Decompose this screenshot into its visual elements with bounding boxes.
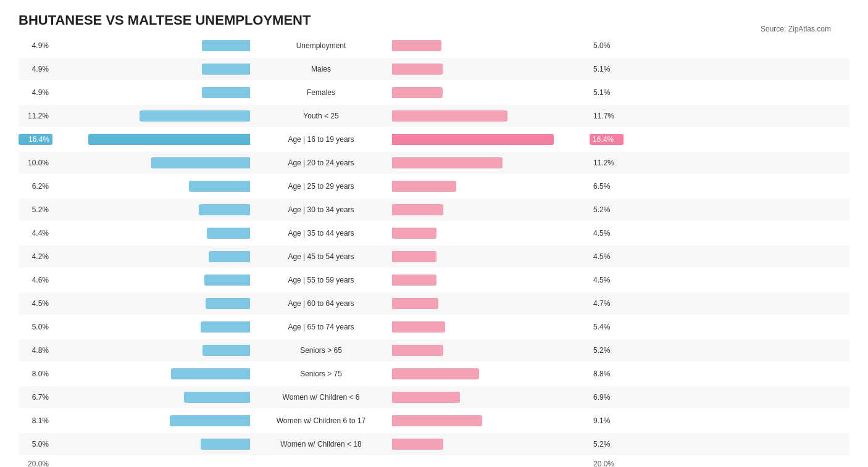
chart-row: 6.7% Women w/ Children < 6 6.9%	[19, 386, 849, 408]
row-label: Age | 35 to 44 years	[250, 229, 392, 238]
left-bar-container	[52, 40, 250, 51]
row-label: Age | 30 to 34 years	[250, 205, 392, 214]
row-label: Age | 16 to 19 years	[250, 135, 392, 144]
left-value: 5.0%	[19, 323, 52, 331]
left-value: 4.9%	[19, 65, 52, 73]
row-label: Females	[250, 88, 392, 97]
left-bar-container	[52, 392, 250, 403]
row-label: Women w/ Children 6 to 17	[250, 416, 392, 425]
left-value: 5.0%	[19, 440, 52, 448]
right-bar-container	[392, 392, 590, 403]
right-bar-container	[392, 298, 590, 309]
left-bar	[171, 368, 250, 379]
right-bar-container	[392, 87, 590, 98]
left-bar-container	[52, 251, 250, 262]
right-value: 5.2%	[590, 440, 624, 448]
chart-row: 4.2% Age | 45 to 54 years 4.5%	[19, 246, 849, 268]
right-value: 9.1%	[590, 416, 624, 425]
left-bar-container	[52, 321, 250, 333]
row-label: Youth < 25	[250, 112, 392, 120]
left-value: 8.0%	[19, 370, 52, 378]
left-value: 10.0%	[19, 159, 52, 167]
right-bar-container	[392, 345, 590, 356]
right-bar	[392, 181, 456, 192]
left-bar	[140, 110, 250, 122]
left-value: 6.7%	[19, 393, 52, 402]
row-label: Age | 55 to 59 years	[250, 276, 392, 284]
left-bar-container	[52, 64, 250, 75]
right-bar-container	[392, 134, 590, 145]
row-label: Age | 65 to 74 years	[250, 323, 392, 331]
row-label: Seniors > 75	[250, 370, 392, 378]
left-value: 4.4%	[19, 229, 52, 238]
right-value: 16.4%	[590, 134, 624, 145]
left-bar-container	[52, 204, 250, 215]
right-bar	[392, 110, 507, 122]
left-bar-container	[52, 368, 250, 379]
right-bar-container	[392, 204, 590, 215]
left-bar	[151, 157, 250, 168]
row-label: Women w/ Children < 18	[250, 440, 392, 448]
right-value: 4.5%	[590, 276, 624, 284]
right-value: 5.0%	[590, 41, 624, 50]
axis-row: 20.0% 20.0%	[19, 457, 849, 467]
axis-left-label: 20.0%	[19, 460, 52, 467]
left-bar-container	[52, 298, 250, 309]
left-value: 8.1%	[19, 416, 52, 425]
right-bar	[392, 251, 436, 262]
left-bar	[202, 64, 250, 75]
row-label: Age | 60 to 64 years	[250, 299, 392, 308]
left-bar-container	[52, 87, 250, 98]
axis-right-label: 20.0%	[590, 460, 624, 467]
right-bar-container	[392, 251, 590, 262]
row-label: Age | 25 to 29 years	[250, 182, 392, 191]
right-bar	[392, 439, 443, 450]
right-value: 4.5%	[590, 229, 624, 238]
right-value: 5.2%	[590, 346, 624, 355]
left-bar-container	[52, 275, 250, 286]
right-value: 6.5%	[590, 182, 624, 191]
right-bar	[392, 40, 441, 51]
left-bar	[184, 392, 250, 403]
row-label: Women w/ Children < 6	[250, 393, 392, 402]
left-bar-container	[52, 345, 250, 356]
right-value: 6.9%	[590, 393, 624, 402]
chart-row: 4.9% Females 5.1%	[19, 81, 849, 104]
left-bar-container	[52, 228, 250, 239]
right-bar	[392, 157, 503, 168]
right-bar	[392, 321, 445, 333]
right-bar	[392, 87, 443, 98]
chart-row: 4.9% Unemployment 5.0%	[19, 35, 849, 57]
left-bar	[189, 181, 250, 192]
right-bar-container	[392, 40, 590, 51]
left-bar	[206, 298, 250, 309]
right-bar-container	[392, 181, 590, 192]
left-bar	[202, 87, 250, 98]
chart-row: 5.2% Age | 30 to 34 years 5.2%	[19, 199, 849, 221]
left-bar	[170, 415, 250, 426]
right-value: 11.7%	[590, 112, 624, 120]
chart-row: 4.4% Age | 35 to 44 years 4.5%	[19, 222, 849, 244]
left-bar	[202, 345, 250, 356]
right-bar	[392, 298, 438, 309]
right-value: 4.5%	[590, 252, 624, 261]
left-value: 16.4%	[19, 134, 52, 145]
right-bar-container	[392, 64, 590, 75]
right-bar-container	[392, 110, 590, 122]
right-value: 11.2%	[590, 159, 624, 167]
left-value: 4.9%	[19, 41, 52, 50]
chart-row: 11.2% Youth < 25 11.7%	[19, 105, 849, 127]
right-value: 5.4%	[590, 323, 624, 331]
right-bar-container	[392, 321, 590, 333]
chart-row: 10.0% Age | 20 to 24 years 11.2%	[19, 152, 849, 174]
right-bar-container	[392, 228, 590, 239]
left-bar	[88, 134, 250, 145]
right-value: 5.1%	[590, 65, 624, 73]
right-bar-container	[392, 368, 590, 379]
right-bar	[392, 392, 460, 403]
left-bar	[202, 40, 250, 51]
left-bar	[199, 204, 250, 215]
left-value: 4.5%	[19, 299, 52, 308]
left-bar	[201, 321, 250, 333]
left-value: 4.2%	[19, 252, 52, 261]
